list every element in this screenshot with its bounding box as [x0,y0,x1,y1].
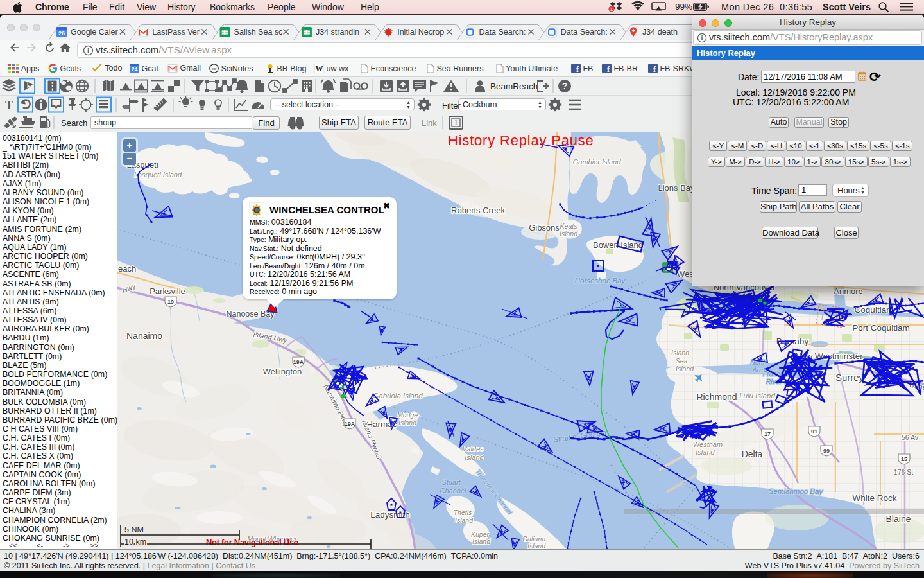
svg-text:Horseshoe Bay: Horseshoe Bay [575,277,626,285]
svg-text:each: each [118,264,136,274]
svg-text:56 Av: 56 Av [902,434,919,441]
svg-text:Keats: Keats [560,222,578,230]
svg-text:Data Search:: Data Search: [479,28,526,37]
svg-text:Lions Bay: Lions Bay [658,183,695,193]
svg-text:Wellington: Wellington [263,367,302,376]
svg-text:1: 1 [454,119,458,127]
svg-text:Island: Island [560,230,578,238]
svg-text:White Rock: White Rock [852,493,896,503]
svg-text:Port Coquitlam: Port Coquitlam [852,323,909,333]
svg-text:Roberts Creek: Roberts Creek [451,206,505,215]
svg-text:?: ? [562,81,568,91]
svg-text:Island: Island [455,516,474,524]
svg-text:Island: Island [465,453,484,461]
svg-text:Gibsons: Gibsons [529,223,560,232]
svg-text:24: 24 [132,66,138,73]
svg-text:Sea: Sea [676,357,688,365]
svg-text:19A: 19A [293,359,304,365]
svg-text:Island: Island [527,542,546,549]
svg-text:176 St: 176 St [894,468,913,476]
svg-text:19: 19 [167,299,174,305]
svg-text:Initial Necrop: Initial Necrop [397,28,444,37]
svg-text:Nanaimo: Nanaimo [126,331,162,341]
svg-text:Surrey: Surrey [835,372,864,383]
svg-text:Semiahmoo Bay: Semiahmoo Bay [769,487,824,495]
svg-text:Island: Island [696,448,715,456]
svg-text:Island: Island [676,365,694,372]
svg-text:LastPass Ver: LastPass Ver [152,28,200,37]
svg-text:Mudge: Mudge [397,411,418,419]
svg-text:Not for Navigational Use: Not for Navigational Use [206,538,298,547]
svg-text:Richmond: Richmond [696,392,737,402]
svg-text:1: 1 [610,6,613,12]
svg-text:Lasqueti Island: Lasqueti Island [134,171,182,179]
svg-text:Island: Island [472,538,491,545]
svg-text:15: 15 [901,456,907,462]
svg-text:Stuart: Stuart [441,478,461,486]
svg-text:17: 17 [764,431,771,437]
svg-text:26: 26 [58,30,65,37]
svg-text:91: 91 [811,428,817,435]
svg-text:99: 99 [823,448,830,454]
svg-text:W: W [316,64,323,73]
svg-text:History Replay Pause: History Replay Pause [448,132,594,148]
svg-text:Lulu Island: Lulu Island [739,392,775,399]
svg-text:J34 strandin: J34 strandin [316,28,359,37]
svg-text:Google Caler: Google Caler [71,28,118,37]
svg-text:Island: Island [671,349,690,356]
svg-text:Channel: Channel [440,487,467,495]
svg-text:Island: Island [398,419,417,426]
svg-text:10 km: 10 km [124,538,146,547]
svg-text:Gabriola Island: Gabriola Island [373,392,423,399]
svg-text:Westham: Westham [693,441,723,448]
svg-text:Salish Sea sc: Salish Sea sc [234,28,283,37]
svg-text:Blaine: Blaine [886,514,911,524]
svg-text:Thetis: Thetis [454,509,472,516]
svg-text:sci: sci [212,67,217,71]
svg-text:Valdes: Valdes [462,445,484,453]
svg-text:Parksville: Parksville [150,286,185,296]
svg-text:Anmore: Anmore [834,286,863,296]
svg-text:19A: 19A [345,421,355,427]
svg-text:J34 death: J34 death [642,28,678,37]
svg-text:T: T [5,98,13,112]
svg-text:Gambier Island: Gambier Island [573,158,621,166]
svg-text:BeamReach: BeamReach [490,82,538,91]
svg-text:Delta: Delta [742,449,763,459]
svg-text:5 NM: 5 NM [124,525,144,534]
svg-text:Data Search:: Data Search: [561,28,608,37]
